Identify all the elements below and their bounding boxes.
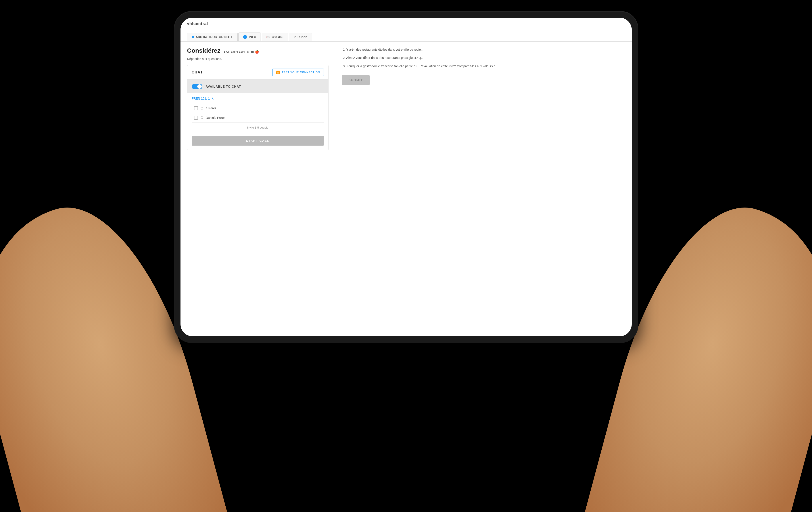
tablet-screen: vhlcentral ADD INSTRUCTOR NOTE i INFO 📖 …: [180, 18, 632, 336]
tab-info[interactable]: i INFO: [238, 32, 261, 41]
questions-list: 1. Y a-t-il des restaurants étoilés dans…: [342, 47, 625, 68]
attempts-badge: 1 ATTEMPT LEFT ⊞ ▦ 🍎: [224, 50, 259, 54]
tab-rubric[interactable]: ↗ Rubric: [289, 33, 312, 41]
student-row-1: 1 Perez: [192, 104, 324, 113]
wifi-icon: 📶: [276, 70, 280, 74]
tablet: vhlcentral ADD INSTRUCTOR NOTE i INFO 📖 …: [174, 11, 638, 343]
available-label: AVAILABLE TO CHAT: [206, 85, 241, 88]
subtitle: Répondez aux questions.: [187, 57, 328, 61]
right-panel: 1. Y a-t-il des restaurants étoilés dans…: [335, 41, 632, 336]
title-row: Considérez 1 ATTEMPT LEFT ⊞ ▦ 🍎: [187, 47, 328, 55]
start-call-button[interactable]: START CALL: [192, 136, 324, 146]
question-item-1: 1. Y a-t-il des restaurants étoilés dans…: [342, 47, 625, 52]
left-panel: Considérez 1 ATTEMPT LEFT ⊞ ▦ 🍎 Répondez…: [180, 41, 335, 336]
tab-add-instructor-note[interactable]: ADD INSTRUCTOR NOTE: [187, 33, 238, 41]
book-icon: 📖: [266, 35, 270, 39]
invite-text: Invite 1-5 people: [192, 122, 324, 133]
fren-label: FREN 101: 1: [192, 97, 210, 100]
test-connection-label: TEST YOUR CONNECTION: [282, 71, 320, 74]
tab-pages[interactable]: 📖 368-369: [262, 33, 288, 41]
stack-icon: ▦: [251, 50, 254, 54]
tab-add-instructor-note-label: ADD INSTRUCTOR NOTE: [196, 35, 233, 39]
question-item-3: 3. Pourquoi la gastronomie française fai…: [342, 64, 625, 68]
student-checkbox-1[interactable]: [194, 106, 198, 110]
attempts-text: 1 ATTEMPT LEFT: [224, 50, 245, 53]
main-content: Considérez 1 ATTEMPT LEFT ⊞ ▦ 🍎 Répondez…: [180, 41, 632, 336]
grid-icon: ⊞: [247, 50, 250, 54]
brand-name: vhlcentral: [187, 22, 208, 26]
chat-label: CHAT: [192, 70, 203, 74]
student-name-2: Daniela Perez: [206, 116, 225, 119]
apple-icon: 🍎: [255, 50, 259, 54]
fren-section: FREN 101: 1 ∧ 1 Perez Daniela Perez: [187, 93, 328, 136]
section-title: Considérez: [187, 47, 221, 54]
info-icon: i: [243, 35, 247, 39]
question-item-2: 2. Aimez-vous dîner dans des restaurants…: [342, 55, 625, 60]
available-toggle[interactable]: [192, 84, 202, 89]
chat-box: CHAT 📶 TEST YOUR CONNECTION AVAILABLE TO…: [187, 65, 328, 150]
student-checkbox-2[interactable]: [194, 116, 198, 120]
student-row-2: Daniela Perez: [192, 113, 324, 122]
submit-button[interactable]: SUBMIT: [342, 75, 370, 85]
tab-navigation: ADD INSTRUCTOR NOTE i INFO 📖 368-369 ↗ R…: [180, 30, 632, 41]
available-row: AVAILABLE TO CHAT: [187, 80, 328, 93]
rubric-icon: ↗: [293, 35, 296, 38]
student-name-1: 1 Perez: [206, 107, 216, 110]
toggle-knob: [197, 84, 202, 89]
tab-dot-icon: [192, 36, 194, 38]
tab-pages-label: 368-369: [272, 35, 283, 39]
test-connection-button[interactable]: 📶 TEST YOUR CONNECTION: [272, 68, 324, 76]
top-bar: vhlcentral: [180, 18, 632, 30]
student-status-2: [201, 116, 203, 119]
chevron-up-icon: ∧: [211, 97, 214, 100]
fren-title[interactable]: FREN 101: 1 ∧: [192, 97, 324, 100]
chat-header: CHAT 📶 TEST YOUR CONNECTION: [187, 65, 328, 80]
student-status-1: [201, 107, 203, 110]
tab-info-label: INFO: [249, 35, 256, 39]
tab-rubric-label: Rubric: [297, 35, 307, 39]
submit-area: SUBMIT: [342, 75, 625, 85]
